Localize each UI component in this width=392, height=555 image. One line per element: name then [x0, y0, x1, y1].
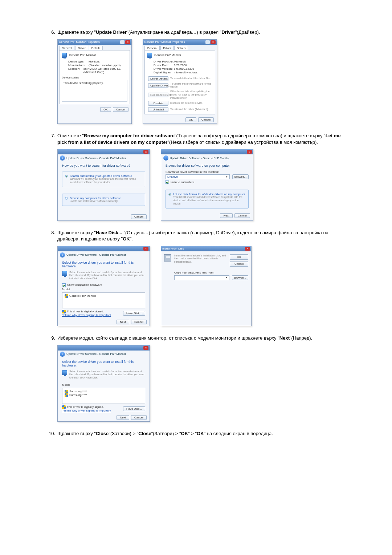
wizard-heading: Select the device driver you want to ins…	[58, 358, 150, 370]
close-icon[interactable]: ×	[125, 40, 130, 44]
step-7: 7. Отметнете "Browse my computer for dri…	[47, 133, 345, 220]
step-number: 6.	[47, 29, 57, 36]
rollback-driver-button[interactable]: Roll Back Driver	[148, 93, 168, 97]
tab-details[interactable]: Details	[174, 46, 188, 50]
wizard-header: ‹Update Driver Software - Generic PnP Mo…	[58, 251, 150, 259]
wizard-header: ‹Update Driver Software - Generic PnP Mo…	[58, 154, 150, 162]
dialog-title: Generic PnP Monitor Properties	[59, 40, 100, 44]
update-driver-how-dialog: × ‹Update Driver Software - Generic PnP …	[57, 149, 150, 220]
cancel-button[interactable]: Cancel	[113, 107, 128, 112]
status-box: This device is working properly.	[62, 80, 127, 102]
screenshot-row-6: Generic PnP Monitor Properties × General…	[57, 39, 345, 124]
option-let-me-pick[interactable]: Let me pick from a list of device driver…	[166, 190, 249, 208]
properties-dialog-driver: Generic PnP Monitor Properties × General…	[143, 39, 217, 124]
screenshot-row-9: × ‹Update Driver Software - Generic PnP …	[57, 345, 345, 422]
model-heading: Model	[62, 288, 145, 291]
chevron-down-icon[interactable]: ▾	[225, 175, 229, 178]
driver-details-button[interactable]: Driver Details	[148, 76, 168, 81]
device-name: Generic PnP Monitor	[154, 53, 181, 57]
tab-driver[interactable]: Driver	[75, 46, 88, 50]
step-text: Щракнете върху "Have Disk... "(От диск…)…	[57, 230, 345, 242]
step-9: 9. Изберете модел, който съвпада с вашия…	[47, 335, 345, 422]
wizard-heading: Select the device driver you want to ins…	[58, 259, 150, 271]
next-button[interactable]: Next	[117, 415, 129, 420]
close-icon[interactable]: ×	[247, 150, 252, 154]
step-number: 7.	[47, 133, 57, 145]
cancel-button[interactable]: Cancel	[131, 415, 147, 420]
shield-icon	[65, 393, 68, 397]
signing-link[interactable]: Tell me why driver signing is important	[62, 409, 111, 412]
search-label: Search for driver software in this locat…	[166, 170, 249, 174]
select-model-dialog: × ‹Update Driver Software - Generic PnP …	[57, 345, 150, 422]
uninstall-button[interactable]: Uninstall	[148, 107, 168, 112]
signing-link[interactable]: Tell me why driver signing is important	[62, 313, 111, 317]
next-button[interactable]: Next	[220, 213, 232, 218]
back-arrow-icon[interactable]: ‹	[60, 155, 65, 161]
tab-general[interactable]: General	[144, 46, 160, 50]
shield-icon	[62, 405, 66, 409]
help-icon[interactable]	[120, 40, 124, 44]
update-driver-button[interactable]: Update Driver...	[148, 83, 168, 88]
step-number: 8.	[47, 230, 57, 242]
have-disk-button[interactable]: Have Disk...	[123, 406, 145, 411]
svg-point-2	[65, 197, 68, 199]
ok-button[interactable]: OK	[185, 117, 196, 122]
close-icon[interactable]: ×	[143, 247, 148, 251]
shield-icon	[62, 310, 66, 313]
browse-for-driver-dialog: × ‹Update Driver Software - Generic PnP …	[161, 149, 253, 220]
ok-button[interactable]: OK	[230, 254, 248, 260]
cancel-button[interactable]: Cancel	[234, 213, 250, 218]
have-disk-button[interactable]: Have Disk...	[123, 311, 145, 316]
list-item[interactable]: Generic PnP Monitor	[65, 294, 143, 298]
next-button[interactable]: Next	[117, 320, 129, 324]
tab-details[interactable]: Details	[89, 46, 103, 50]
screenshot-row-7: × ‹Update Driver Software - Generic PnP …	[57, 149, 345, 220]
back-arrow-icon[interactable]: ‹	[60, 252, 65, 258]
back-arrow-icon[interactable]: ‹	[163, 155, 168, 161]
cancel-button[interactable]: Cancel	[131, 320, 147, 324]
model-listbox[interactable]: Generic PnP Monitor	[62, 292, 145, 308]
install-from-disk-dialog: Install From Disk× Insert the manufactur…	[161, 246, 252, 326]
back-arrow-icon[interactable]: ‹	[60, 352, 65, 357]
model-listbox[interactable]: Samsung **** Samsung ****	[62, 388, 145, 404]
option-browse-computer[interactable]: Browse my computer for driver softwareLo…	[62, 194, 145, 206]
ok-button[interactable]: OK	[100, 107, 111, 112]
option-search-auto[interactable]: Search automatically for updated driver …	[62, 171, 145, 187]
list-item[interactable]: Samsung ****	[65, 390, 143, 393]
shield-icon	[65, 294, 68, 298]
monitor-icon	[62, 53, 67, 58]
wizard-question: How do you want to search for driver sof…	[58, 162, 150, 170]
cancel-button[interactable]: Cancel	[198, 117, 214, 122]
show-compatible-checkbox[interactable]	[62, 283, 66, 287]
close-icon[interactable]: ×	[143, 346, 148, 350]
shield-icon	[65, 390, 68, 393]
svg-point-4	[169, 194, 170, 195]
status-heading: Device status	[62, 76, 127, 79]
close-icon[interactable]: ×	[245, 247, 250, 251]
search-location-input[interactable]: D:\Drive▾	[166, 174, 230, 179]
step-text: Щракнете върху "Close"(Затвори) > "Close…	[57, 430, 345, 437]
step-text: Щракнете върху "Update Driver"(Актуализи…	[57, 29, 345, 36]
step-text: Изберете модел, който съвпада с вашия мо…	[57, 335, 345, 341]
tab-driver[interactable]: Driver	[160, 46, 173, 50]
properties-dialog-general: Generic PnP Monitor Properties × General…	[57, 39, 132, 124]
wizard-heading: Browse for driver software on your compu…	[161, 162, 253, 170]
list-item[interactable]: Samsung ****	[65, 393, 143, 397]
model-heading: Model	[62, 383, 145, 386]
close-icon[interactable]: ×	[211, 40, 216, 44]
chevron-down-icon[interactable]: ▾	[225, 276, 228, 279]
disable-button[interactable]: Disable	[148, 101, 168, 106]
step-number: 10.	[47, 430, 57, 437]
step-6: 6. Щракнете върху "Update Driver"(Актуал…	[47, 29, 345, 124]
include-subfolders-checkbox[interactable]	[166, 180, 169, 184]
browse-button[interactable]: Browse...	[232, 174, 249, 179]
browse-button[interactable]: Browse...	[232, 275, 248, 280]
cancel-button[interactable]: Cancel	[230, 261, 248, 267]
copy-from-label: Copy manufacturer's files from:	[174, 271, 248, 274]
dialog-title: Generic PnP Monitor Properties	[144, 40, 185, 44]
help-icon[interactable]	[205, 40, 210, 44]
close-icon[interactable]: ×	[143, 150, 148, 154]
cancel-button[interactable]: Cancel	[131, 214, 147, 219]
tab-general[interactable]: General	[59, 46, 74, 50]
copy-from-input[interactable]: ▾	[174, 275, 229, 280]
